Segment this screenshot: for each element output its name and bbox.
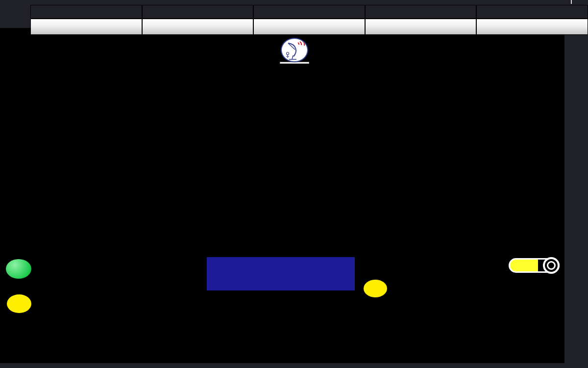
satellite-meter-screen [0,0,588,368]
dxsatcs-logo [280,38,309,64]
stray-mark [571,0,572,4]
city-name [254,5,365,19]
city-datetime [477,19,588,34]
city-name [366,5,476,19]
clock-cell-moscow [254,5,366,34]
city-name [143,5,253,19]
satellite-dish-icon [281,38,308,62]
frequency-display[interactable] [207,257,355,290]
city-datetime [366,19,476,34]
toggle-switch[interactable] [509,258,560,273]
world-clock-bar [30,5,588,35]
city-name [477,5,588,19]
city-datetime [31,19,142,34]
cn-alert-icon [7,294,31,313]
toggle-knob-icon [543,257,560,274]
city-datetime [254,19,365,34]
satellite-alert-icon [364,280,387,297]
power-ok-check-icon [6,259,31,279]
city-name [31,5,142,19]
clock-cell-dubai [143,5,254,34]
analyzer-display [0,28,564,363]
clock-cell-rabat [477,5,588,34]
city-datetime [143,19,253,34]
clock-cell-london [366,5,477,34]
clock-cell-berlin [31,5,143,34]
